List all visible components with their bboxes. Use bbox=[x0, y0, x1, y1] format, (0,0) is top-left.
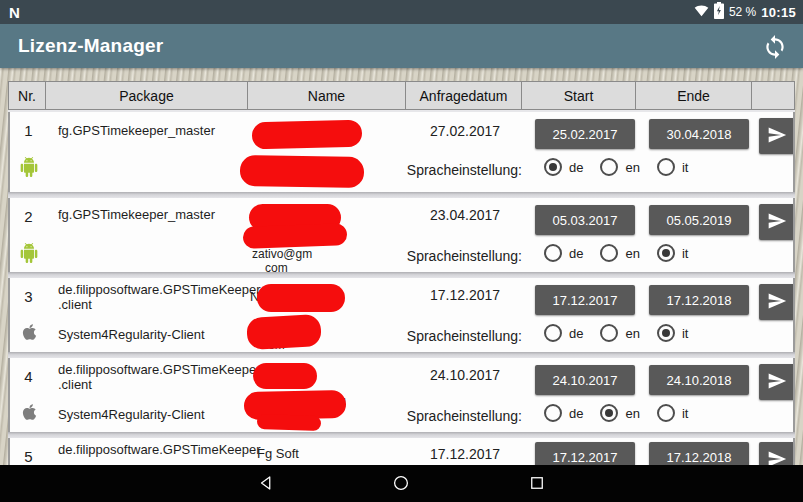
home-icon bbox=[392, 480, 410, 495]
radio-it[interactable] bbox=[657, 158, 675, 176]
start-date-button[interactable]: 24.10.2017 bbox=[535, 365, 635, 395]
request-date: 27.02.2017 bbox=[407, 123, 523, 139]
row-number: 2 bbox=[10, 208, 47, 225]
radio-label-de: de bbox=[569, 160, 583, 175]
language-radio-group: de en it bbox=[544, 244, 705, 262]
licensee-name: Fg Soft bbox=[257, 446, 299, 461]
radio-en[interactable] bbox=[600, 324, 618, 342]
send-icon bbox=[767, 125, 787, 148]
end-date-button[interactable]: 30.04.2018 bbox=[649, 119, 749, 149]
radio-it[interactable] bbox=[657, 244, 675, 262]
radio-label-en: en bbox=[625, 406, 639, 421]
radio-en[interactable] bbox=[600, 404, 618, 422]
redaction-scribble bbox=[253, 363, 317, 389]
radio-label-it: it bbox=[682, 326, 689, 341]
redaction-scribble bbox=[246, 314, 322, 350]
package-name: de.filipposoftware.GPSTimeKeeper.client bbox=[58, 362, 261, 392]
radio-label-en: en bbox=[625, 160, 639, 175]
recents-button[interactable] bbox=[527, 474, 547, 494]
row-number: 3 bbox=[10, 288, 47, 305]
battery-percent: 52 % bbox=[729, 5, 756, 19]
row-number: 1 bbox=[10, 122, 47, 139]
row-number: 5 bbox=[10, 448, 47, 465]
send-icon bbox=[767, 211, 787, 234]
app-screen: N 52 % 10:15 Lizenz-Manager Nr. Package … bbox=[0, 0, 803, 502]
license-row-1: 1 fg.GPSTimekeeper_master 27.02.2017 25.… bbox=[8, 112, 795, 192]
send-icon bbox=[767, 291, 787, 314]
radio-label-en: en bbox=[625, 246, 639, 261]
row-number: 4 bbox=[10, 368, 47, 385]
header-start: Start bbox=[522, 82, 636, 109]
radio-de[interactable] bbox=[544, 324, 562, 342]
language-label: Spracheinstellung: bbox=[340, 248, 522, 264]
start-date-button[interactable]: 25.02.2017 bbox=[535, 119, 635, 149]
header-ende: Ende bbox=[636, 82, 752, 109]
end-date-button[interactable]: 05.05.2019 bbox=[649, 205, 749, 235]
send-button[interactable] bbox=[759, 204, 795, 240]
language-label: Spracheinstellung: bbox=[340, 408, 522, 424]
language-radio-group: de en it bbox=[544, 324, 705, 342]
back-icon bbox=[257, 480, 275, 495]
start-date-button[interactable]: 05.03.2017 bbox=[535, 205, 635, 235]
end-date-button[interactable]: 17.12.2018 bbox=[649, 442, 749, 465]
redaction-scribble bbox=[240, 155, 365, 188]
client-name: System4Regularity-Client bbox=[58, 327, 205, 342]
send-icon bbox=[767, 371, 787, 394]
android-icon bbox=[19, 242, 41, 264]
wifi-icon bbox=[694, 3, 709, 22]
nougat-n-icon: N bbox=[9, 4, 20, 21]
start-date-button[interactable]: 17.12.2017 bbox=[535, 285, 635, 315]
request-date: 17.12.2017 bbox=[407, 446, 523, 462]
status-clock: 10:15 bbox=[761, 5, 796, 20]
package-name: fg.GPSTimekeeper_master bbox=[58, 207, 215, 222]
android-nav-bar bbox=[0, 465, 803, 502]
license-row-4: 4 de.filipposoftware.GPSTimeKeeper.clien… bbox=[8, 358, 795, 432]
page-title: Lizenz-Manager bbox=[18, 35, 163, 57]
request-date: 17.12.2017 bbox=[407, 287, 523, 303]
send-button[interactable] bbox=[759, 364, 795, 400]
recents-icon bbox=[528, 480, 546, 495]
radio-label-it: it bbox=[682, 406, 689, 421]
end-date-button[interactable]: 17.12.2018 bbox=[649, 285, 749, 315]
header-nr: Nr. bbox=[9, 82, 46, 109]
redaction-scribble bbox=[257, 284, 345, 312]
start-date-button[interactable]: 17.12.2017 bbox=[535, 442, 635, 465]
radio-label-it: it bbox=[682, 160, 689, 175]
header-package: Package bbox=[46, 82, 248, 109]
radio-label-en: en bbox=[625, 326, 639, 341]
license-row-5: 5 de.filipposoftware.GPSTimeKeeper Fg So… bbox=[8, 438, 795, 465]
apple-icon bbox=[22, 323, 44, 345]
radio-label-de: de bbox=[569, 326, 583, 341]
request-date: 23.04.2017 bbox=[407, 207, 523, 223]
radio-en[interactable] bbox=[600, 244, 618, 262]
language-radio-group: de en it bbox=[544, 404, 705, 422]
redaction-scribble bbox=[252, 120, 363, 150]
license-row-3: 3 de.filipposoftware.GPSTimeKeeper.clien… bbox=[8, 278, 795, 352]
radio-label-it: it bbox=[682, 246, 689, 261]
refresh-button[interactable] bbox=[760, 33, 790, 63]
back-button[interactable] bbox=[256, 474, 276, 494]
table-header: Nr. Package Name Anfragedatum Start Ende bbox=[8, 81, 795, 110]
android-icon bbox=[19, 156, 41, 178]
sync-icon bbox=[762, 48, 788, 63]
email-fragment: com bbox=[265, 261, 288, 272]
app-toolbar: Lizenz-Manager bbox=[0, 24, 803, 68]
radio-it[interactable] bbox=[657, 404, 675, 422]
send-button[interactable] bbox=[759, 442, 795, 465]
send-button[interactable] bbox=[759, 284, 795, 320]
status-bar: N 52 % 10:15 bbox=[0, 0, 803, 24]
battery-charging-icon bbox=[714, 2, 724, 23]
radio-label-de: de bbox=[569, 406, 583, 421]
end-date-button[interactable]: 24.10.2018 bbox=[649, 365, 749, 395]
package-name: de.filipposoftware.GPSTimeKeeper.client bbox=[58, 282, 261, 312]
radio-de[interactable] bbox=[544, 158, 562, 176]
header-actions bbox=[752, 82, 794, 109]
radio-de[interactable] bbox=[544, 404, 562, 422]
radio-it[interactable] bbox=[657, 324, 675, 342]
home-button[interactable] bbox=[391, 474, 411, 494]
send-button[interactable] bbox=[759, 118, 795, 154]
radio-en[interactable] bbox=[600, 158, 618, 176]
radio-de[interactable] bbox=[544, 244, 562, 262]
apple-icon bbox=[22, 403, 44, 425]
email-fragment: zativo@gm bbox=[252, 247, 312, 261]
